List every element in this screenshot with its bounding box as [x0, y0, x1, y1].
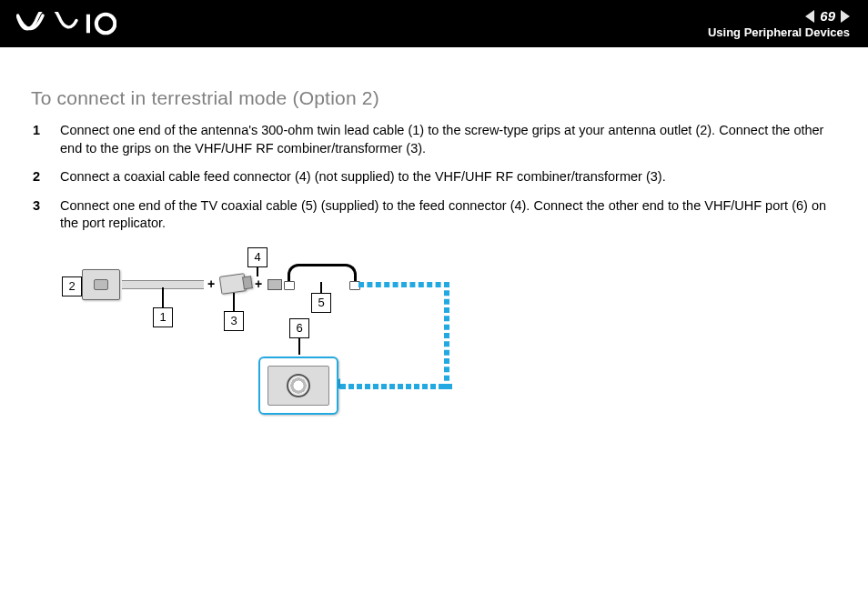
callout-2: 2: [62, 276, 82, 296]
step-item: Connect one end of the TV coaxial cable …: [56, 197, 837, 233]
step-item: Connect one end of the antenna's 300-ohm…: [56, 122, 837, 157]
cable-route: [340, 384, 452, 389]
callout-1: 1: [153, 307, 173, 327]
callout-4: 4: [247, 247, 267, 267]
page-nav: 69: [805, 8, 850, 24]
svg-rect-0: [86, 15, 90, 34]
plus-icon: +: [207, 276, 215, 291]
cable-route: [444, 282, 449, 389]
page-number: 69: [820, 8, 835, 24]
steps-list: Connect one end of the antenna's 300-ohm…: [31, 122, 837, 233]
combiner-transformer-icon: [219, 273, 247, 295]
step-text: Connect a coaxial cable feed connector (…: [60, 169, 666, 184]
callout-3: 3: [224, 311, 244, 331]
callout-lead: [320, 282, 322, 293]
vaio-logo: [16, 12, 116, 35]
antenna-outlet-icon: [82, 269, 120, 300]
vhf-uhf-port-icon: [258, 357, 338, 415]
step-text: Connect one end of the TV coaxial cable …: [60, 198, 826, 231]
feed-connector-icon: [267, 279, 282, 290]
step-item: Connect a coaxial cable feed connector (…: [56, 168, 837, 186]
nav-next-icon[interactable]: [841, 10, 850, 23]
coax-cable-icon: [288, 264, 357, 285]
nav-prev-icon[interactable]: [805, 10, 814, 23]
plus-icon: +: [255, 276, 262, 291]
step-text: Connect one end of the antenna's 300-ohm…: [60, 123, 823, 156]
header-right: 69 Using Peripheral Devices: [708, 8, 850, 39]
page-content: To connect in terrestrial mode (Option 2…: [31, 87, 837, 244]
callout-lead: [298, 337, 300, 355]
connection-diagram: 2 1 + 3 + 4 5 6: [62, 255, 453, 427]
callout-6: 6: [289, 318, 309, 338]
cable-route: [358, 282, 449, 287]
section-title: Using Peripheral Devices: [708, 25, 850, 39]
callout-lead: [233, 293, 235, 311]
header-bar: 69 Using Peripheral Devices: [0, 0, 868, 47]
svg-point-1: [96, 15, 116, 34]
page-heading: To connect in terrestrial mode (Option 2…: [31, 87, 837, 109]
callout-lead: [162, 287, 164, 307]
callout-5: 5: [311, 293, 331, 313]
